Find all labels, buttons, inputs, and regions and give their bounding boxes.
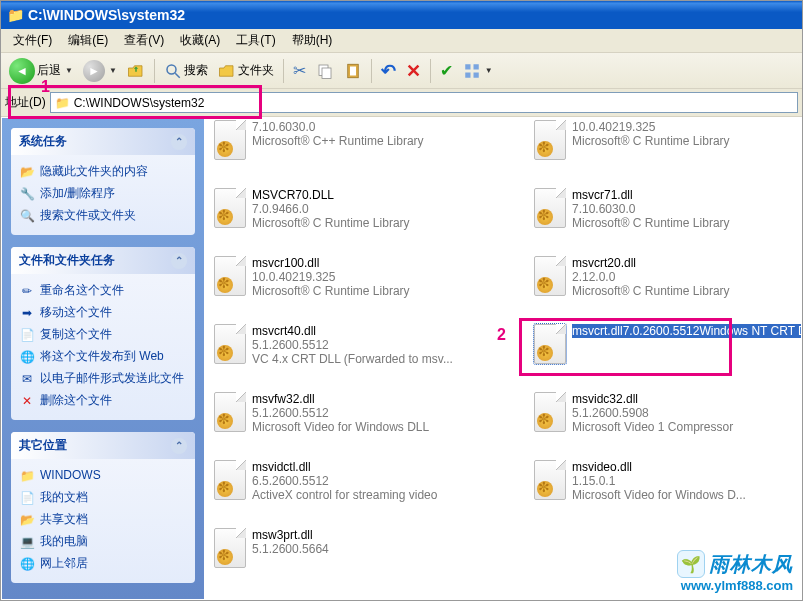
svg-rect-3 (322, 68, 331, 79)
file-item[interactable]: msw3prt.dll5.1.2600.5664 (214, 528, 514, 568)
place-network[interactable]: 🌐网上邻居 (19, 553, 187, 575)
file-item[interactable]: 7.10.6030.0Microsoft® C++ Runtime Librar… (214, 120, 514, 160)
views-button[interactable]: ▼ (459, 60, 497, 82)
file-item[interactable]: msvcr100.dll10.0.40219.325Microsoft® C R… (214, 256, 514, 298)
web-icon: 🌐 (19, 349, 35, 365)
file-description: Microsoft Video 1 Compressor (572, 420, 733, 434)
window-titlebar: 📁 C:\WINDOWS\system32 (1, 1, 802, 29)
file-item[interactable]: msvcrt40.dll5.1.2600.5512VC 4.x CRT DLL … (214, 324, 514, 366)
file-name: msvidctl.dll (252, 460, 437, 474)
address-value: C:\WINDOWS\system32 (74, 96, 205, 110)
panel-title: 文件和文件夹任务 (19, 252, 115, 269)
delete-x-icon: ✕ (406, 60, 421, 82)
watermark-text: 雨林木风 (709, 551, 793, 578)
file-version: 7.0.2600.5512 (623, 324, 700, 338)
file-item[interactable]: msvidctl.dll6.5.2600.5512ActiveX control… (214, 460, 514, 502)
place-my-computer[interactable]: 💻我的电脑 (19, 531, 187, 553)
menu-favorites[interactable]: 收藏(A) (172, 30, 228, 51)
move-icon: ➡ (19, 305, 35, 321)
file-item[interactable]: msvfw32.dll5.1.2600.5512Microsoft Video … (214, 392, 514, 434)
views-icon (463, 62, 481, 80)
file-item[interactable]: 10.0.40219.325Microsoft® C Runtime Libra… (534, 120, 801, 160)
programs-icon: 🔧 (19, 186, 35, 202)
forward-button[interactable]: ► ▼ (79, 58, 121, 84)
panel-system-tasks: 系统任务 ⌃ 📂隐藏此文件夹的内容 🔧添加/删除程序 🔍搜索文件或文件夹 (11, 128, 195, 235)
task-label: 移动这个文件 (40, 305, 112, 319)
file-version: 6.5.2600.5512 (252, 474, 437, 488)
file-version: 7.10.6030.0 (572, 202, 730, 216)
task-label: 删除这个文件 (40, 393, 112, 407)
place-shared-documents[interactable]: 📂共享文档 (19, 509, 187, 531)
task-email[interactable]: ✉以电子邮件形式发送此文件 (19, 368, 187, 390)
dll-file-icon (214, 392, 246, 432)
menu-view[interactable]: 查看(V) (116, 30, 172, 51)
task-delete[interactable]: ✕删除这个文件 (19, 390, 187, 412)
undo-button[interactable]: ↶ (377, 58, 400, 84)
search-icon: 🔍 (19, 208, 35, 224)
address-input[interactable]: 📁 C:\WINDOWS\system32 (50, 92, 798, 113)
copy-button[interactable] (312, 60, 338, 82)
delete-button[interactable]: ✕ (402, 58, 425, 84)
folder-icon: 📁 (55, 96, 70, 110)
place-my-documents[interactable]: 📄我的文档 (19, 487, 187, 509)
task-move[interactable]: ➡移动这个文件 (19, 302, 187, 324)
file-item[interactable]: msvcrt.dll7.0.2600.5512Windows NT CRT DL… (534, 324, 801, 364)
folder-up-icon (127, 62, 145, 80)
task-hide-contents[interactable]: 📂隐藏此文件夹的内容 (19, 161, 187, 183)
up-button[interactable] (123, 60, 149, 82)
svg-rect-9 (473, 72, 478, 77)
task-add-remove-programs[interactable]: 🔧添加/删除程序 (19, 183, 187, 205)
paste-button[interactable] (340, 60, 366, 82)
window-title: C:\WINDOWS\system32 (28, 7, 185, 23)
dll-file-icon (534, 256, 566, 296)
panel-header-other[interactable]: 其它位置 ⌃ (11, 432, 195, 459)
file-item[interactable]: MSVCR70.DLL7.0.9466.0Microsoft® C Runtim… (214, 188, 514, 230)
task-search-files[interactable]: 🔍搜索文件或文件夹 (19, 205, 187, 227)
file-description: Microsoft® C Runtime Library (572, 284, 730, 298)
place-windows[interactable]: 📁WINDOWS (19, 465, 187, 487)
file-name: msvideo.dll (572, 460, 746, 474)
task-publish-web[interactable]: 🌐将这个文件发布到 Web (19, 346, 187, 368)
menu-tools[interactable]: 工具(T) (228, 30, 283, 51)
panel-other-places: 其它位置 ⌃ 📁WINDOWS 📄我的文档 📂共享文档 💻我的电脑 🌐网上邻居 (11, 432, 195, 583)
file-item[interactable]: msvideo.dll1.15.0.1Microsoft Video for W… (534, 460, 801, 502)
file-list-pane[interactable]: 7.10.6030.0Microsoft® C++ Runtime Librar… (204, 118, 801, 599)
file-item[interactable]: msvcrt20.dll2.12.0.0Microsoft® C Runtime… (534, 256, 801, 298)
svg-point-0 (167, 65, 176, 74)
menu-edit[interactable]: 编辑(E) (60, 30, 116, 51)
panel-file-tasks: 文件和文件夹任务 ⌃ ✏重命名这个文件 ➡移动这个文件 📄复制这个文件 🌐将这个… (11, 247, 195, 420)
menu-bar: 文件(F) 编辑(E) 查看(V) 收藏(A) 工具(T) 帮助(H) (1, 29, 802, 53)
cut-button[interactable]: ✂ (289, 59, 310, 82)
panel-header-system[interactable]: 系统任务 ⌃ (11, 128, 195, 155)
menu-file[interactable]: 文件(F) (5, 30, 60, 51)
dll-file-icon (534, 324, 566, 364)
task-label: 我的文档 (40, 490, 88, 504)
task-label: 以电子邮件形式发送此文件 (40, 371, 184, 385)
folders-label: 文件夹 (238, 62, 274, 79)
task-label: 共享文档 (40, 512, 88, 526)
folder-icon: 📁 (7, 7, 24, 23)
file-version: 2.12.0.0 (572, 270, 730, 284)
watermark-url: www.ylmf888.com (677, 578, 793, 593)
panel-header-filetasks[interactable]: 文件和文件夹任务 ⌃ (11, 247, 195, 274)
file-item[interactable]: msvidc32.dll5.1.2600.5908Microsoft Video… (534, 392, 801, 434)
folders-button[interactable]: 文件夹 (214, 60, 278, 82)
task-rename[interactable]: ✏重命名这个文件 (19, 280, 187, 302)
collapse-icon: ⌃ (171, 438, 187, 454)
folders-icon (218, 62, 236, 80)
file-description: Microsoft® C Runtime Library (572, 216, 730, 230)
collapse-icon: ⌃ (171, 134, 187, 150)
task-copy[interactable]: 📄复制这个文件 (19, 324, 187, 346)
file-item[interactable]: msvcr71.dll7.10.6030.0Microsoft® C Runti… (534, 188, 801, 230)
documents-icon: 📄 (19, 490, 35, 506)
forward-arrow-icon: ► (83, 60, 105, 82)
search-button[interactable]: 搜索 (160, 60, 212, 82)
delete-icon: ✕ (19, 393, 35, 409)
task-label: 我的电脑 (40, 534, 88, 548)
separator (371, 59, 372, 83)
search-label: 搜索 (184, 62, 208, 79)
menu-help[interactable]: 帮助(H) (284, 30, 341, 51)
properties-button[interactable]: ✔ (436, 59, 457, 82)
collapse-icon: ⌃ (171, 253, 187, 269)
panel-title: 其它位置 (19, 437, 67, 454)
